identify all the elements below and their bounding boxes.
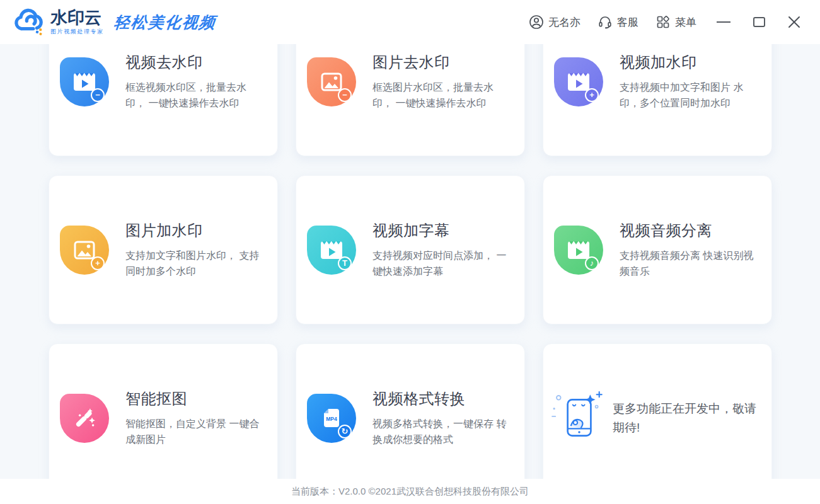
version-copyright-text: 当前版本：V2.0.0 ©2021武汉联合创想科技股份有限公司 [291,486,529,498]
customer-service-label: 客服 [617,15,638,30]
minus-badge-icon: − [338,88,352,102]
card-video-watermark-add[interactable]: + 视频加水印 支持视频中加文字和图片 水印，多个位置同时加水印 [543,44,772,156]
card-title: 智能抠图 [125,389,266,409]
plus-badge-icon: + [585,88,599,102]
feature-grid: − 视频去水印 框选视频水印区，批量去水印， 一键快速操作去水印 − 图片去水印… [49,44,772,479]
video-watermark-add-icon: + [554,57,603,106]
card-video-format-convert[interactable]: MP4 ↻ 视频格式转换 视频多格式转换，一键保存 转换成你想要的格式 [296,343,525,479]
customer-service-button[interactable]: 客服 [598,14,638,30]
card-title: 视频去水印 [125,52,266,72]
card-description: 支持视频中加文字和图片 水印，多个位置同时加水印 [620,79,760,111]
cloud-logo-icon [14,7,47,37]
card-video-watermark-remove[interactable]: − 视频去水印 框选视频水印区，批量去水印， 一键快速操作去水印 [49,44,278,156]
plus-badge-icon: + [91,256,105,270]
image-watermark-remove-icon: − [307,57,356,106]
card-image-watermark-remove[interactable]: − 图片去水印 框选图片水印区，批量去水印， 一键快速操作去水印 [296,44,525,156]
text-badge-icon: T [338,256,352,270]
minimize-button[interactable] [715,14,732,30]
image-watermark-add-icon: + [60,226,109,275]
card-description: 支持加文字和图片水印， 支持同时加多个水印 [125,248,266,279]
feature-grid-area: − 视频去水印 框选视频水印区，批量去水印， 一键快速操作去水印 − 图片去水印… [0,44,820,479]
app-tagline: 图片视频处理专家 [50,28,104,36]
maximize-icon [753,17,765,27]
convert-badge-icon: ↻ [338,425,352,438]
user-account-button[interactable]: 无名亦 [529,14,580,30]
card-title: 图片去水印 [372,52,513,72]
minus-badge-icon: − [91,88,105,102]
card-title: 视频音频分离 [620,220,760,241]
app-name: 水印云 [50,9,104,26]
close-button[interactable] [786,14,802,30]
close-icon [787,15,801,29]
minimize-icon [717,21,730,23]
card-description: 框选视频水印区，批量去水印， 一键快速操作去水印 [125,79,266,111]
card-description: 视频多格式转换，一键保存 转换成你想要的格式 [372,416,513,447]
smart-cutout-icon [60,394,109,443]
card-description: 支持视频音频分离 快速识别视频音乐 [620,248,760,279]
maximize-button[interactable] [751,14,767,30]
card-image-watermark-add[interactable]: + 图片加水印 支持加文字和图片水印， 支持同时加多个水印 [49,175,278,324]
card-title: 图片加水印 [125,220,266,241]
card-more-features: 更多功能正在开发中，敬请期待! [543,343,772,479]
magic-wand-icon [70,404,99,433]
video-format-convert-icon: MP4 ↻ [307,394,356,443]
user-name: 无名亦 [548,15,580,30]
card-title: 视频加水印 [620,52,760,72]
card-audio-separation[interactable]: ♪ 视频音频分离 支持视频音频分离 快速识别视频音乐 [543,175,772,324]
card-smart-cutout[interactable]: 智能抠图 智能抠图，自定义背景 一键合成新图片 [49,343,278,479]
headset-icon [598,14,613,30]
user-icon [529,14,544,30]
video-watermark-remove-icon: − [60,57,109,106]
music-note-badge-icon: ♪ [585,256,599,270]
card-title: 视频加字幕 [372,220,513,241]
app-slogan: 轻松美化视频 [113,12,217,33]
status-bar: 当前版本：V2.0.0 ©2021武汉联合创想科技股份有限公司 [0,479,820,504]
menu-label: 菜单 [675,15,696,30]
mp4-label: MP4 [326,415,337,421]
card-video-subtitle-add[interactable]: T 视频加字幕 支持视频对应时间点添加， 一键快速添加字幕 [296,175,525,324]
card-description: 框选图片水印区，批量去水印， 一键快速操作去水印 [372,79,513,111]
card-description: 支持视频对应时间点添加， 一键快速添加字幕 [372,248,513,279]
video-subtitle-add-icon: T [307,226,356,275]
menu-grid-icon [655,14,671,30]
title-bar: 水印云 图片视频处理专家 轻松美化视频 无名亦 [0,0,820,44]
more-features-text: 更多功能正在开发中，敬请期待! [613,399,761,437]
under-construction-icon [550,389,608,447]
card-title: 视频格式转换 [372,389,513,409]
app-logo: 水印云 图片视频处理专家 [14,7,104,37]
audio-separation-icon: ♪ [554,226,603,275]
card-description: 智能抠图，自定义背景 一键合成新图片 [125,416,266,447]
menu-button[interactable]: 菜单 [655,14,696,30]
